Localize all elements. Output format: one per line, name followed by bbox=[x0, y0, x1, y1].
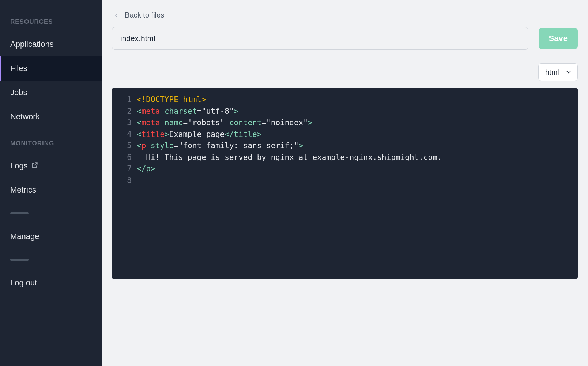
sidebar-item-jobs[interactable]: Jobs bbox=[0, 81, 102, 105]
code-token: meta bbox=[142, 118, 160, 127]
code-line: 6 Hi! This page is served by nginx at ex… bbox=[112, 152, 578, 164]
code-token: p bbox=[142, 141, 146, 150]
code-line: 4<title>Example page</title> bbox=[112, 129, 578, 141]
external-link-icon bbox=[31, 161, 38, 171]
code-token: = bbox=[261, 118, 266, 127]
editor-cursor bbox=[137, 177, 137, 185]
sidebar-item-metrics[interactable]: Metrics bbox=[0, 178, 102, 202]
chevron-left-icon: ‹ bbox=[115, 10, 117, 20]
code-token: < bbox=[137, 130, 142, 139]
code-editor[interactable]: 1<!DOCTYPE html>2<meta charset="utf-8">3… bbox=[112, 88, 578, 279]
sidebar-section-monitoring: MONITORING bbox=[0, 140, 102, 147]
code-token bbox=[160, 118, 165, 127]
line-number: 1 bbox=[118, 94, 132, 106]
code-line: 3<meta name="robots" content="noindex"> bbox=[112, 117, 578, 129]
back-link-label: Back to files bbox=[125, 11, 164, 19]
sidebar-item-files[interactable]: Files bbox=[0, 56, 102, 81]
sidebar-item-label: Metrics bbox=[10, 185, 36, 195]
code-content: </p> bbox=[137, 163, 155, 175]
code-token: = bbox=[174, 141, 178, 150]
code-token: </title> bbox=[225, 130, 261, 139]
code-token: "robots" bbox=[188, 118, 225, 127]
code-token: charset bbox=[165, 107, 197, 116]
code-line: 2<meta charset="utf-8"> bbox=[112, 106, 578, 117]
sidebar-item-label: Files bbox=[10, 64, 27, 73]
code-token: content bbox=[229, 118, 262, 127]
sidebar: RESOURCES Applications Files Jobs Networ… bbox=[0, 0, 102, 366]
code-token: = bbox=[197, 107, 201, 116]
code-token: > bbox=[308, 118, 313, 127]
code-token: </p> bbox=[137, 164, 155, 173]
code-token: < bbox=[137, 141, 142, 150]
sidebar-item-label: Network bbox=[10, 112, 40, 122]
code-token: "font-family: sans-serif;" bbox=[178, 141, 299, 150]
line-number: 5 bbox=[118, 140, 132, 152]
sidebar-divider bbox=[10, 259, 29, 261]
code-token: < bbox=[137, 107, 142, 116]
code-content: <p style="font-family: sans-serif;"> bbox=[137, 140, 303, 152]
sidebar-item-label: Applications bbox=[10, 40, 54, 49]
code-token: > bbox=[234, 107, 239, 116]
code-token: <!DOCTYPE html> bbox=[137, 95, 206, 104]
sidebar-item-label: Log out bbox=[10, 278, 37, 288]
code-token: name bbox=[165, 118, 183, 127]
language-row: html bbox=[112, 63, 578, 81]
code-token: style bbox=[151, 141, 174, 150]
code-token bbox=[160, 107, 165, 116]
code-content: <!DOCTYPE html> bbox=[137, 94, 206, 106]
filename-input[interactable] bbox=[112, 27, 528, 50]
code-content: <title>Example page</title> bbox=[137, 129, 261, 141]
code-token: "utf-8" bbox=[201, 107, 234, 116]
code-token: "noindex" bbox=[266, 118, 308, 127]
code-token: > bbox=[165, 130, 169, 139]
line-number: 4 bbox=[118, 129, 132, 141]
code-token: Hi! This page is served by nginx at exam… bbox=[137, 153, 442, 162]
code-content: <meta name="robots" content="noindex"> bbox=[137, 117, 313, 129]
line-number: 7 bbox=[118, 163, 132, 175]
sidebar-item-label: Logs bbox=[10, 161, 28, 171]
code-line: 5<p style="font-family: sans-serif;"> bbox=[112, 140, 578, 152]
line-number: 8 bbox=[118, 175, 132, 187]
sidebar-item-network[interactable]: Network bbox=[0, 105, 102, 129]
code-token: < bbox=[137, 118, 142, 127]
sidebar-item-manage[interactable]: Manage bbox=[0, 224, 102, 249]
code-content: <meta charset="utf-8"> bbox=[137, 106, 238, 117]
sidebar-item-label: Jobs bbox=[10, 88, 27, 97]
code-token: Example page bbox=[169, 130, 225, 139]
code-token: = bbox=[183, 118, 188, 127]
save-button[interactable]: Save bbox=[539, 28, 578, 49]
code-token bbox=[225, 118, 229, 127]
code-token: > bbox=[299, 141, 304, 150]
code-content bbox=[137, 175, 137, 187]
line-number: 3 bbox=[118, 117, 132, 129]
divider bbox=[112, 56, 578, 56]
sidebar-section-resources: RESOURCES bbox=[0, 18, 102, 26]
sidebar-item-logs[interactable]: Logs bbox=[0, 154, 102, 178]
main-content: ‹ Back to files Save html 1<!DOCTYPE htm… bbox=[102, 0, 588, 366]
line-number: 2 bbox=[118, 106, 132, 117]
code-line: 7</p> bbox=[112, 163, 578, 175]
sidebar-divider bbox=[10, 212, 29, 214]
code-line: 1<!DOCTYPE html> bbox=[112, 94, 578, 106]
code-line: 8 bbox=[112, 175, 578, 187]
code-token: meta bbox=[142, 107, 160, 116]
sidebar-item-applications[interactable]: Applications bbox=[0, 32, 102, 56]
line-number: 6 bbox=[118, 152, 132, 164]
sidebar-item-logout[interactable]: Log out bbox=[0, 271, 102, 295]
language-select[interactable]: html bbox=[538, 63, 578, 81]
code-content: Hi! This page is served by nginx at exam… bbox=[137, 152, 442, 164]
code-token: title bbox=[142, 130, 165, 139]
sidebar-item-label: Manage bbox=[10, 232, 39, 241]
code-token bbox=[146, 141, 151, 150]
filename-row: Save bbox=[112, 27, 578, 50]
back-to-files-link[interactable]: ‹ Back to files bbox=[112, 10, 578, 20]
